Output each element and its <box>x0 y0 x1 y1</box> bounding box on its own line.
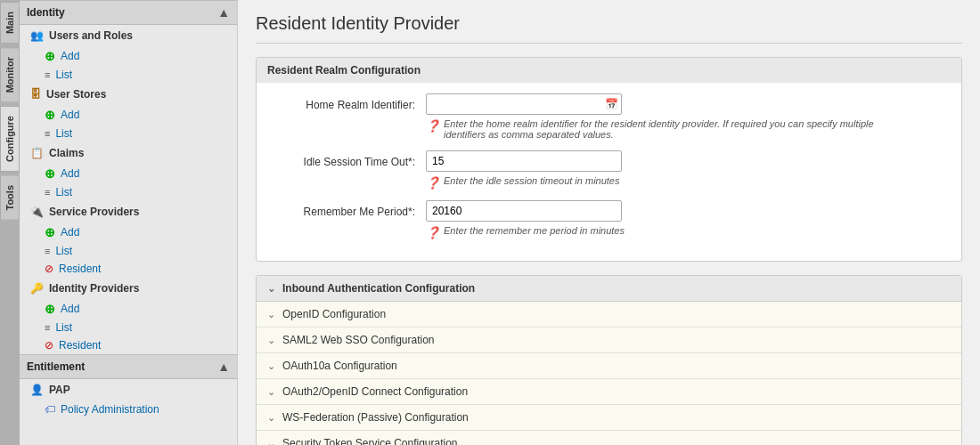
sidebar-users-add[interactable]: ⊕ Add <box>20 46 237 66</box>
config-item-label: WS-Federation (Passive) Configuration <box>282 411 469 424</box>
tab-main[interactable]: Main <box>0 2 20 44</box>
sidebar-users-list[interactable]: ≡ List <box>20 66 237 84</box>
sp-label: Service Providers <box>49 206 139 218</box>
config-item-label: Security Token Service Configuration <box>282 437 458 445</box>
sidebar-sp-add[interactable]: ⊕ Add <box>20 222 237 242</box>
list-icon: ≡ <box>45 187 50 198</box>
idle-session-help: ❓ Enter the idle session timeout in minu… <box>426 175 889 190</box>
entitlement-section-label: Entitlement <box>27 360 85 373</box>
list-icon: ≡ <box>45 322 50 333</box>
sidebar-stores-list[interactable]: ≡ List <box>20 125 237 142</box>
sidebar-sp-resident[interactable]: ⊘ Resident <box>20 260 237 278</box>
resident-realm-header[interactable]: Resident Realm Configuration <box>257 58 961 83</box>
sidebar-users-roles[interactable]: 👥 Users and Roles <box>20 25 237 46</box>
tab-monitor[interactable]: Monitor <box>0 47 20 102</box>
config-item[interactable]: ⌄SAML2 Web SSO Configuration <box>257 328 961 353</box>
remember-me-field: ❓ Enter the remember me period in minute… <box>426 200 948 239</box>
entitlement-collapse-icon[interactable]: ▲ <box>217 360 230 374</box>
config-item[interactable]: ⌄OpenID Configuration <box>257 302 961 328</box>
calendar-icon[interactable]: 📅 <box>605 98 618 110</box>
claims-label: Claims <box>49 147 84 159</box>
config-item[interactable]: ⌄OAuth10a Configuration <box>257 353 961 379</box>
chevron-icon: ⌄ <box>267 335 275 346</box>
inbound-auth-label: Inbound Authentication Configuration <box>282 282 475 295</box>
list-icon: ≡ <box>45 69 50 80</box>
chevron-icon: ⌄ <box>267 412 275 424</box>
policy-icon: 🏷 <box>45 403 55 416</box>
sidebar-idp-resident[interactable]: ⊘ Resident <box>20 336 237 354</box>
sidebar-service-providers[interactable]: 🔌 Service Providers <box>20 201 237 222</box>
config-item-label: OAuth2/OpenID Connect Configuration <box>282 385 468 398</box>
vertical-tabs: Main Monitor Configure Tools <box>0 0 20 445</box>
config-item[interactable]: ⌄WS-Federation (Passive) Configuration <box>257 405 961 431</box>
sidebar-claims[interactable]: 📋 Claims <box>20 142 237 164</box>
idle-session-input[interactable] <box>426 150 622 172</box>
add-icon: ⊕ <box>45 225 55 239</box>
home-realm-input[interactable] <box>426 93 622 115</box>
config-item-label: OAuth10a Configuration <box>282 360 397 372</box>
config-item-label: OpenID Configuration <box>282 308 386 320</box>
config-item[interactable]: ⌄Security Token Service Configuration <box>257 431 961 445</box>
home-realm-help: ❓ Enter the home realm identifier for th… <box>426 118 889 140</box>
list-icon: ≡ <box>45 246 50 256</box>
sidebar-identity-providers[interactable]: 🔑 Identity Providers <box>20 278 237 299</box>
inbound-auth-header[interactable]: ⌄ Inbound Authentication Configuration <box>257 276 961 302</box>
identity-collapse-icon[interactable]: ▲ <box>217 5 230 20</box>
entitlement-section-header[interactable]: Entitlement ▲ <box>20 354 237 379</box>
help-icon: ❓ <box>426 226 440 239</box>
sidebar-idp-add[interactable]: ⊕ Add <box>20 299 237 319</box>
home-realm-field: 📅 ❓ Enter the home realm identifier for … <box>426 93 948 140</box>
idle-session-field: ❓ Enter the idle session timeout in minu… <box>426 150 948 190</box>
page-title: Resident Identity Provider <box>256 13 962 44</box>
remember-me-label: Remember Me Period*: <box>270 200 426 218</box>
resident-realm-label: Resident Realm Configuration <box>267 64 421 77</box>
sidebar-stores-add[interactable]: ⊕ Add <box>20 105 237 125</box>
users-roles-label: Users and Roles <box>49 29 133 42</box>
idp-icon: 🔑 <box>30 282 44 295</box>
identity-section-label: Identity <box>27 6 65 19</box>
resident-icon: ⊘ <box>45 339 53 352</box>
sidebar: Identity ▲ 👥 Users and Roles ⊕ Add ≡ Lis… <box>20 0 238 445</box>
sidebar-idp-list[interactable]: ≡ List <box>20 319 237 336</box>
sidebar-user-stores[interactable]: 🗄 User Stores <box>20 84 237 105</box>
resident-realm-body: Home Realm Identifier: 📅 ❓ Enter the hom… <box>257 83 961 261</box>
chevron-icon: ⌄ <box>267 386 275 398</box>
tab-tools[interactable]: Tools <box>0 175 20 221</box>
resident-realm-panel: Resident Realm Configuration Home Realm … <box>256 57 962 262</box>
home-realm-row: Home Realm Identifier: 📅 ❓ Enter the hom… <box>270 93 948 140</box>
resident-icon: ⊘ <box>45 263 53 275</box>
user-stores-label: User Stores <box>46 88 106 101</box>
sidebar-claims-add[interactable]: ⊕ Add <box>20 164 237 183</box>
remember-me-input[interactable] <box>426 200 622 222</box>
list-icon: ≡ <box>45 128 50 139</box>
add-icon: ⊕ <box>45 49 55 63</box>
chevron-icon: ⌄ <box>267 438 275 446</box>
remember-me-help: ❓ Enter the remember me period in minute… <box>426 225 889 239</box>
sidebar-pap[interactable]: 👤 PAP <box>20 379 237 400</box>
idle-session-row: Idle Session Time Out*: ❓ Enter the idle… <box>270 150 948 190</box>
remember-me-row: Remember Me Period*: ❓ Enter the remembe… <box>270 200 948 239</box>
config-item[interactable]: ⌄OAuth2/OpenID Connect Configuration <box>257 379 961 405</box>
add-icon: ⊕ <box>45 108 55 122</box>
sidebar-policy-admin[interactable]: 🏷 Policy Administration <box>20 400 237 418</box>
chevron-icon: ⌄ <box>267 360 275 372</box>
help-icon: ❓ <box>426 119 440 133</box>
add-icon: ⊕ <box>45 302 55 316</box>
idp-label: Identity Providers <box>49 282 139 295</box>
sidebar-claims-list[interactable]: ≡ List <box>20 183 237 201</box>
sp-icon: 🔌 <box>30 206 44 218</box>
users-icon: 👥 <box>30 29 44 42</box>
identity-section-header[interactable]: Identity ▲ <box>20 0 237 25</box>
claims-icon: 📋 <box>30 147 44 159</box>
main-content: Resident Identity Provider Resident Real… <box>238 0 980 445</box>
sidebar-sp-list[interactable]: ≡ List <box>20 242 237 260</box>
home-realm-label: Home Realm Identifier: <box>270 93 426 111</box>
tab-configure[interactable]: Configure <box>0 106 20 172</box>
home-realm-input-wrapper: 📅 <box>426 93 622 115</box>
stores-icon: 🗄 <box>30 88 41 101</box>
pap-icon: 👤 <box>30 384 44 396</box>
idle-session-label: Idle Session Time Out*: <box>270 150 426 168</box>
add-icon: ⊕ <box>45 166 55 181</box>
help-icon: ❓ <box>426 176 440 190</box>
config-items-list: ⌄OpenID Configuration⌄SAML2 Web SSO Conf… <box>257 302 961 445</box>
